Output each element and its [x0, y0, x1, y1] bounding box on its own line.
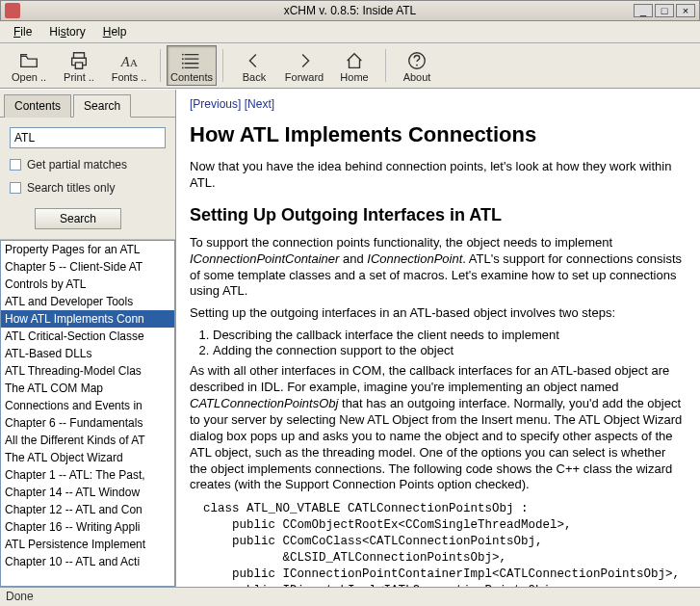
open-button[interactable]: Open .. [4, 45, 54, 86]
titles-only-label: Search titles only [27, 181, 115, 195]
fonts-label: Fonts .. [112, 71, 147, 83]
result-item[interactable]: Chapter 6 -- Fundamentals [1, 414, 174, 432]
forward-icon [293, 50, 316, 71]
result-item[interactable]: ATL Persistence Implement [1, 536, 174, 553]
back-label: Back [243, 71, 266, 83]
home-icon [343, 50, 366, 71]
maximize-button[interactable]: □ [655, 4, 674, 17]
search-input[interactable] [10, 127, 166, 148]
paragraph: As with all other interfaces in COM, the… [190, 363, 683, 493]
search-button[interactable]: Search [35, 208, 121, 229]
svg-point-5 [182, 66, 184, 68]
result-item[interactable]: ATL-Based DLLs [1, 345, 174, 362]
result-item[interactable]: All the Different Kinds of AT [1, 432, 174, 449]
open-icon [17, 50, 40, 71]
svg-point-7 [416, 65, 418, 66]
svg-text:A: A [130, 57, 138, 68]
checkbox-icon [10, 159, 21, 171]
next-link[interactable]: [Next] [245, 97, 274, 111]
menu-file[interactable]: File [6, 23, 39, 40]
home-button[interactable]: Home [329, 45, 379, 86]
about-label: About [403, 71, 431, 83]
checkbox-icon [10, 182, 21, 194]
menu-bar: File History Help [0, 21, 700, 43]
toolbar-separator [160, 49, 161, 82]
result-item[interactable]: How ATL Implements Conn [1, 310, 174, 328]
back-button[interactable]: Back [229, 45, 279, 86]
contents-label: Contents [170, 71, 213, 83]
result-item[interactable]: Chapter 1 -- ATL: The Past, [1, 466, 174, 484]
page-heading: How ATL Implements Connections [190, 122, 683, 147]
sidebar-tabs: Contents Search [0, 90, 175, 118]
svg-point-4 [182, 63, 184, 65]
main-area: Contents Search Get partial matches Sear… [0, 89, 700, 587]
about-button[interactable]: About [392, 45, 442, 86]
menu-help[interactable]: Help [95, 23, 135, 40]
contents-button[interactable]: Contents [167, 45, 217, 86]
title-bar: xCHM v. 0.8.5: Inside ATL _ □ × [0, 0, 700, 21]
tab-contents[interactable]: Contents [4, 94, 71, 118]
partial-matches-checkbox[interactable]: Get partial matches [10, 158, 166, 171]
result-item[interactable]: Controls by ATL [1, 276, 174, 293]
fonts-icon: AA [117, 50, 141, 71]
window-title: xCHM v. 0.8.5: Inside ATL [1, 4, 699, 17]
forward-label: Forward [285, 71, 324, 83]
menu-history[interactable]: History [41, 23, 92, 40]
paragraph: Now that you have the idea behind connec… [190, 159, 683, 192]
nav-links: [Previous] [Next] [190, 97, 683, 111]
about-icon [405, 50, 428, 71]
result-item[interactable]: The ATL COM Map [1, 380, 174, 397]
italic-term: IConnectionPoint [367, 251, 462, 266]
result-item[interactable]: Property Pages for an ATL [1, 241, 174, 258]
section-heading: Setting Up Outgoing Interfaces in ATL [190, 205, 683, 225]
steps-list: Describing the callback interface the cl… [213, 328, 683, 357]
status-bar: Done [0, 587, 700, 606]
svg-point-2 [182, 54, 184, 56]
svg-text:A: A [120, 54, 130, 69]
result-item[interactable]: ATL and Developer Tools [1, 293, 174, 310]
list-item: Adding the connection support to the obj… [213, 343, 683, 357]
results-list[interactable]: Property Pages for an ATLChapter 5 -- Cl… [1, 241, 174, 586]
partial-matches-label: Get partial matches [27, 158, 127, 171]
forward-button[interactable]: Forward [279, 45, 329, 86]
contents-icon [180, 50, 203, 71]
home-label: Home [340, 71, 368, 83]
result-item[interactable]: ATL Critical-Section Classe [1, 328, 174, 345]
tab-search[interactable]: Search [73, 94, 131, 118]
search-panel: Get partial matches Search titles only S… [0, 118, 175, 240]
svg-point-3 [182, 58, 184, 60]
result-item[interactable]: Chapter 16 -- Writing Appli [1, 518, 174, 536]
result-item[interactable]: Connections and Events in [1, 397, 174, 414]
toolbar: Open .. Print .. AA Fonts .. Contents Ba… [0, 43, 700, 89]
paragraph: To support the connection points functio… [190, 235, 683, 301]
minimize-button[interactable]: _ [634, 4, 653, 17]
result-item[interactable]: The ATL Object Wizard [1, 449, 174, 466]
print-label: Print .. [64, 71, 94, 83]
italic-term: IConnectionPointContainer [190, 251, 339, 266]
result-item[interactable]: Chapter 5 -- Client-Side AT [1, 258, 174, 276]
code-block: class ATL_NO_VTABLE CATLConnectionPoints… [203, 501, 683, 587]
print-button[interactable]: Print .. [54, 45, 104, 86]
result-item[interactable]: Chapter 10 -- ATL and Acti [1, 553, 174, 570]
toolbar-separator [222, 49, 223, 82]
toolbar-separator [385, 49, 386, 82]
print-icon [67, 50, 91, 71]
app-icon [5, 3, 20, 18]
open-label: Open .. [12, 71, 46, 83]
result-item[interactable]: ATL Threading-Model Clas [1, 362, 174, 380]
list-item: Describing the callback interface the cl… [213, 328, 683, 342]
back-icon [243, 50, 266, 71]
fonts-button[interactable]: AA Fonts .. [104, 45, 154, 86]
result-item[interactable]: Chapter 12 -- ATL and Con [1, 501, 174, 518]
results-box: Property Pages for an ATLChapter 5 -- Cl… [0, 240, 175, 587]
italic-term: CATLConnectionPointsObj [190, 396, 338, 410]
close-button[interactable]: × [676, 4, 695, 17]
sidebar: Contents Search Get partial matches Sear… [0, 90, 176, 587]
content-pane[interactable]: [Previous] [Next] How ATL Implements Con… [176, 90, 700, 587]
titles-only-checkbox[interactable]: Search titles only [10, 181, 166, 195]
result-item[interactable]: Chapter 14 -- ATL Window [1, 484, 174, 501]
paragraph: Setting up the outgoing interfaces in an… [190, 305, 683, 322]
prev-link[interactable]: [Previous] [190, 97, 241, 111]
